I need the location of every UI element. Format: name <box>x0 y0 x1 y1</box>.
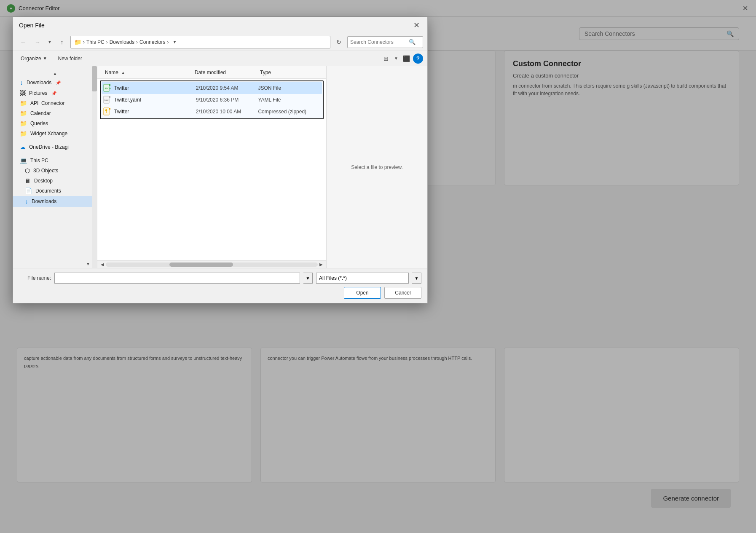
left-item-label-onedrive: OneDrive - Bizagi <box>29 144 69 150</box>
left-item-widget-xchange[interactable]: 📁 Widget Xchange <box>13 129 97 139</box>
left-item-label-api-connector: API_Connector <box>30 100 64 106</box>
file-icon-json: JSON <box>103 84 112 92</box>
svg-rect-1 <box>109 84 110 86</box>
file-date-2: 2/10/2020 10:00 AM <box>196 109 258 115</box>
open-button[interactable]: Open <box>344 287 381 299</box>
hscroll-left-button[interactable]: ◀ <box>99 261 106 268</box>
file-row-2[interactable]: Twitter 2/10/2020 10:00 AM Compressed (z… <box>102 106 322 118</box>
left-item-3d-objects[interactable]: ⬡ 3D Objects <box>13 166 97 176</box>
help-button[interactable]: ? <box>413 54 423 64</box>
filetype-select[interactable]: All Files (*.*) <box>316 273 409 284</box>
svg-rect-4 <box>109 96 110 98</box>
left-section-spacer-1 <box>13 139 97 142</box>
left-scrollbar-track[interactable] <box>92 66 97 268</box>
calendar-folder-icon: 📁 <box>20 110 27 117</box>
breadcrumb-sep-1: › <box>106 39 108 45</box>
hscroll-area: ◀ ▶ <box>97 260 326 268</box>
file-type-1: YAML File <box>258 97 320 103</box>
col-date-label: Date modified <box>195 70 226 75</box>
filename-label: File name: <box>19 275 51 281</box>
file-name-2: Twitter <box>114 109 196 115</box>
file-row-0[interactable]: JSON Twitter 2/10/2020 9:54 AM JSON File <box>102 82 322 94</box>
pin-icon-0: 📌 <box>56 80 61 85</box>
left-item-desktop[interactable]: 🖥 Desktop <box>13 176 97 186</box>
breadcrumb-dropdown-button[interactable]: ▼ <box>170 36 179 48</box>
queries-folder-icon: 📁 <box>20 120 27 127</box>
col-header-date[interactable]: Date modified <box>191 70 257 75</box>
hscroll-thumb[interactable] <box>169 262 233 267</box>
file-icon-yaml: YAML <box>103 96 112 104</box>
left-item-label-documents: Documents <box>35 188 61 194</box>
left-item-label-downloads-active: Downloads <box>32 198 56 204</box>
file-date-0: 2/10/2020 9:54 AM <box>196 85 258 91</box>
file-name-0: Twitter <box>114 85 196 91</box>
left-item-calendar[interactable]: 📁 Calendar <box>13 108 97 118</box>
left-item-documents[interactable]: 📄 Documents <box>13 186 97 196</box>
left-item-api-connector[interactable]: 📁 API_Connector <box>13 98 97 108</box>
new-folder-button[interactable]: New folder <box>54 54 86 63</box>
filetype-dropdown-button[interactable]: ▼ <box>412 273 421 284</box>
file-panel: Name ▲ Date modified Type <box>97 66 326 268</box>
api-connector-folder-icon: 📁 <box>20 100 27 107</box>
left-panel-scroll-down[interactable]: ▼ <box>86 262 90 266</box>
svg-rect-7 <box>109 108 110 110</box>
dialog-close-button[interactable]: ✕ <box>411 20 421 30</box>
desktop-icon: 🖥 <box>25 177 31 184</box>
left-scrollbar-thumb[interactable] <box>92 66 97 91</box>
dialog-titlebar: Open File ✕ <box>13 17 427 33</box>
left-item-downloads-pinned[interactable]: ↓ Downloads 📌 <box>13 77 97 88</box>
breadcrumb-bar: 📁 › This PC › Downloads › Connectors › ▼ <box>70 36 330 48</box>
view-dropdown-button[interactable]: ▼ <box>393 53 399 64</box>
left-item-onedrive[interactable]: ☁ OneDrive - Bizagi <box>13 142 97 152</box>
search-box: 🔍 <box>347 36 423 48</box>
file-name-1: Twitter.yaml <box>114 97 196 103</box>
preview-text: Select a file to preview. <box>351 164 403 170</box>
preview-panel-button[interactable]: ⬛ <box>400 53 412 64</box>
breadcrumb-item-1[interactable]: Downloads <box>110 39 134 45</box>
thispc-icon: 💻 <box>20 157 27 164</box>
left-item-thispc[interactable]: 💻 This PC <box>13 155 97 166</box>
left-item-pictures[interactable]: 🖼 Pictures 📌 <box>13 88 97 98</box>
view-grid-button[interactable]: ⊞ <box>380 53 392 64</box>
left-item-downloads-active[interactable]: ↓ Downloads <box>13 196 97 207</box>
nav-dropdown-button[interactable]: ▼ <box>46 36 54 48</box>
open-file-dialog: Open File ✕ ← → ▼ ↑ 📁 › This PC › Downlo… <box>13 17 428 303</box>
3d-objects-icon: ⬡ <box>25 167 30 174</box>
action-buttons: Open Cancel <box>19 287 421 299</box>
hscroll-right-button[interactable]: ▶ <box>318 261 324 268</box>
left-item-label-downloads-pinned: Downloads <box>27 80 51 86</box>
preview-panel: Select a file to preview. <box>326 66 427 268</box>
filename-dropdown-button[interactable]: ▼ <box>303 273 313 284</box>
left-item-label-thispc: This PC <box>30 158 48 163</box>
documents-icon: 📄 <box>25 187 32 194</box>
breadcrumb-item-2[interactable]: Connectors <box>139 39 165 45</box>
widget-folder-icon: 📁 <box>20 130 27 137</box>
cancel-button[interactable]: Cancel <box>384 287 421 299</box>
hscroll-track[interactable] <box>106 262 318 267</box>
organize-dropdown-icon: ▼ <box>43 56 47 61</box>
refresh-button[interactable]: ↻ <box>333 36 345 48</box>
forward-button[interactable]: → <box>32 36 43 48</box>
up-button[interactable]: ↑ <box>56 36 68 48</box>
dialog-title-text: Open File <box>19 22 45 29</box>
search-input[interactable] <box>348 39 407 45</box>
dialog-bottom: File name: ▼ All Files (*.*) ▼ Open Canc… <box>13 268 427 303</box>
organize-label: Organize <box>21 56 41 62</box>
left-panel-scroll-up[interactable]: ▲ <box>13 70 97 77</box>
col-header-type[interactable]: Type <box>257 70 322 75</box>
breadcrumb-item-0[interactable]: This PC <box>86 39 105 45</box>
left-item-label-calendar: Calendar <box>30 110 51 116</box>
breadcrumb-sep-0: › <box>83 39 85 45</box>
breadcrumb-sep-2: › <box>136 39 138 45</box>
left-item-queries[interactable]: 📁 Queries <box>13 118 97 129</box>
svg-text:YAML: YAML <box>104 99 110 102</box>
filename-input[interactable] <box>54 273 300 284</box>
left-item-label-3d-objects: 3D Objects <box>33 168 58 174</box>
file-row-1[interactable]: YAML Twitter.yaml 9/10/2020 6:36 PM YAML… <box>102 94 322 106</box>
organize-button[interactable]: Organize ▼ <box>17 54 51 63</box>
back-button[interactable]: ← <box>17 36 29 48</box>
col-header-name[interactable]: Name ▲ <box>102 70 191 75</box>
dialog-nav-toolbar: ← → ▼ ↑ 📁 › This PC › Downloads › Connec… <box>13 33 427 51</box>
file-list: JSON Twitter 2/10/2020 9:54 AM JSON File <box>97 79 326 260</box>
file-icon-zip <box>103 107 112 116</box>
